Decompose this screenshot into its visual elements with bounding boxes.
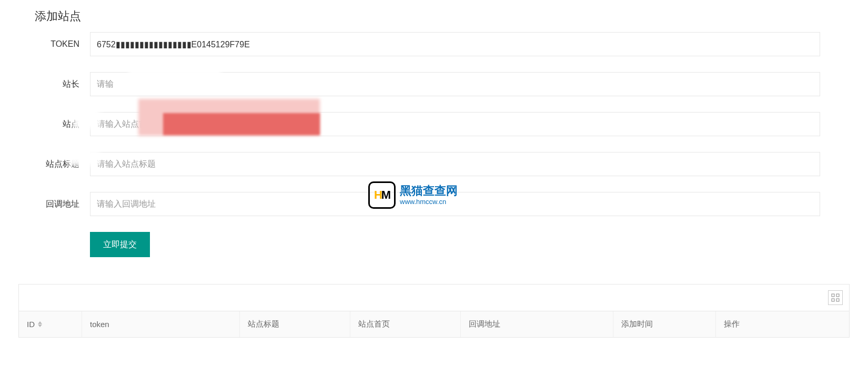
col-callback-label: 回调地址 — [469, 319, 500, 329]
table-header-row: ID token 站点标题 站点首页 回调地址 添加时间 操作 — [19, 311, 849, 337]
submit-button[interactable]: 立即提交 — [90, 232, 150, 257]
field-row-title: 站点标题 — [19, 152, 849, 176]
owner-label: 站长 — [27, 79, 90, 90]
callback-label: 回调地址 — [27, 199, 90, 210]
owner-input[interactable] — [90, 72, 820, 96]
watermark-logo-icon: HM — [368, 181, 396, 209]
col-homepage-label: 站点首页 — [358, 319, 390, 329]
col-token[interactable]: token — [82, 311, 240, 337]
col-callback[interactable]: 回调地址 — [461, 311, 613, 337]
watermark-title: 黑猫查查网 — [400, 184, 458, 198]
token-label: TOKEN — [27, 39, 90, 49]
col-action-label: 操作 — [724, 319, 740, 329]
col-homepage[interactable]: 站点首页 — [350, 311, 461, 337]
site-table: ID token 站点标题 站点首页 回调地址 添加时间 操作 — [18, 284, 850, 338]
token-input[interactable] — [90, 32, 820, 56]
col-id[interactable]: ID — [19, 311, 82, 337]
form-legend: 添加站点 — [29, 8, 86, 24]
homepage-label: 站点 — [27, 119, 90, 130]
watermark: HM 黑猫查查网 www.hmccw.cn — [368, 181, 458, 209]
col-action[interactable]: 操作 — [716, 311, 849, 337]
field-row-homepage: 站点 — [19, 112, 849, 136]
title-input[interactable] — [90, 152, 820, 176]
title-label: 站点标题 — [27, 159, 90, 170]
col-title[interactable]: 站点标题 — [240, 311, 350, 337]
add-site-form: 添加站点 TOKEN 站长 站点 站点标题 回调地址 — [18, 16, 850, 258]
svg-rect-0 — [832, 294, 834, 297]
col-time-label: 添加时间 — [621, 319, 653, 329]
field-row-owner: 站长 — [19, 72, 849, 96]
field-row-token: TOKEN — [19, 32, 849, 56]
col-id-label: ID — [27, 320, 35, 329]
col-title-label: 站点标题 — [248, 319, 279, 329]
watermark-url: www.hmccw.cn — [400, 198, 458, 206]
svg-rect-1 — [836, 294, 839, 297]
homepage-input[interactable] — [90, 112, 820, 136]
sort-icon[interactable] — [38, 321, 42, 327]
col-token-label: token — [90, 320, 109, 329]
table-toolbar — [19, 284, 849, 311]
svg-rect-3 — [836, 299, 839, 301]
column-config-icon[interactable] — [828, 290, 843, 305]
col-add-time[interactable]: 添加时间 — [613, 311, 716, 337]
svg-rect-2 — [832, 299, 834, 301]
